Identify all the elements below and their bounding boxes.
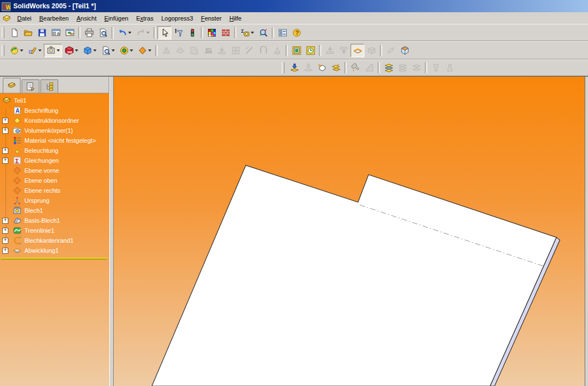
assembly-from-part-icon (65, 28, 74, 37)
tree-item-konstruktionsordner[interactable]: +Konstruktionsordner (0, 116, 109, 126)
expander-icon[interactable]: + (2, 118, 8, 124)
tree-item-ebene-oben[interactable]: Ebene oben (0, 176, 109, 186)
toolbar-logopress3 (0, 59, 588, 76)
dropdown-caret-icon[interactable] (128, 32, 131, 34)
gray-grid-icon (231, 46, 240, 55)
forming-tool-library-button[interactable] (303, 44, 317, 57)
assembly-from-part-button[interactable] (63, 26, 77, 39)
help-button[interactable]: ? (290, 26, 303, 39)
menu-hilfe[interactable]: Hilfe (225, 13, 245, 23)
menu-fenster[interactable]: Fenster (197, 13, 225, 23)
dropdown-caret-icon[interactable] (130, 49, 133, 52)
expander-icon[interactable]: + (2, 128, 8, 134)
tab-configurationmanager[interactable] (40, 79, 58, 93)
expander-icon[interactable]: + (2, 228, 8, 234)
tab-featuremanager[interactable] (3, 78, 21, 93)
view-orientation-search-button[interactable] (256, 26, 270, 39)
sketch-flyout-button[interactable] (26, 44, 44, 57)
open-button[interactable] (21, 26, 35, 39)
catalog-flyout-button[interactable] (80, 44, 99, 57)
expander-icon[interactable]: + (2, 158, 8, 164)
material-icon (13, 136, 22, 145)
tree-item-blechkantenrand1[interactable]: +Blechkantenrand1 (0, 235, 109, 245)
origin-icon (13, 196, 22, 205)
flatten-button[interactable] (351, 44, 364, 57)
forming-tool-button[interactable] (290, 44, 303, 57)
tree-item-abwicklung1[interactable]: +Abwicklung1 (0, 245, 109, 255)
drawing-from-part-button[interactable] (49, 26, 63, 39)
dropdown-caret-icon[interactable] (75, 49, 78, 52)
toolbar-grip[interactable] (2, 45, 4, 56)
tree-item-ursprung[interactable]: Ursprung (0, 195, 109, 205)
menu-extras[interactable]: Extras (132, 13, 157, 23)
tree-item-ebene-vorne[interactable]: Ebene vorne (0, 166, 109, 176)
dropdown-caret-icon[interactable] (111, 49, 115, 52)
menu-logopress3[interactable]: Logopress3 (158, 13, 197, 23)
tree-item-basis-blech1[interactable]: +Basis-Blech1 (0, 215, 109, 225)
dropdown-caret-icon[interactable] (93, 49, 97, 52)
dropdown-caret-icon[interactable] (148, 49, 151, 52)
tree-item-ebene-rechts[interactable]: Ebene rechts (0, 186, 109, 195)
viewport-3d[interactable] (114, 77, 585, 386)
tree-indent: + (2, 118, 9, 124)
expander-icon[interactable]: + (2, 238, 8, 244)
expander-icon[interactable]: + (2, 248, 8, 254)
print-preview-button[interactable] (96, 26, 110, 39)
tree-item-beschriftung[interactable]: ABeschriftung (0, 106, 109, 116)
insert-flyout-button[interactable] (135, 44, 154, 57)
tree-item-beleuchtung[interactable]: +Beleuchtung (0, 146, 109, 156)
undo-button[interactable] (115, 26, 134, 39)
rollback-bar[interactable] (1, 258, 107, 259)
tree-indent: + (2, 128, 9, 134)
preview-flyout-button[interactable] (99, 44, 117, 57)
strip-layout-button[interactable] (382, 61, 396, 74)
die-set-flyout-button[interactable] (44, 44, 62, 57)
tree-item-gleichungen[interactable]: +ΣGleichungen (0, 156, 109, 166)
selection-filter-button[interactable] (171, 26, 185, 39)
logopress-tools-button[interactable] (348, 61, 362, 74)
edit-color-button[interactable] (205, 26, 219, 39)
expander-icon[interactable]: + (2, 148, 8, 154)
help-icon: ? (292, 28, 301, 37)
save-button[interactable] (35, 26, 49, 39)
punch-down-icon (326, 46, 334, 55)
normal-cut-button[interactable] (398, 44, 412, 57)
toolbar-grip[interactable] (2, 27, 4, 38)
rotate-flyout-button[interactable] (7, 44, 26, 57)
tooling-flyout-button[interactable] (117, 44, 135, 57)
tree-item-trennlinie1[interactable]: +Trennlinie1 (0, 225, 109, 235)
dropdown-caret-icon[interactable] (20, 49, 23, 52)
tree-item-volumenkörper-1[interactable]: +Volumenkörper(1) (0, 126, 109, 136)
new-document-button[interactable] (7, 26, 21, 39)
part-face[interactable] (152, 166, 556, 386)
select-button[interactable] (158, 26, 171, 39)
part-document-icon[interactable] (2, 14, 11, 23)
tree-item-material-nicht-festgelegt[interactable]: Material <nicht festgelegt> (0, 136, 109, 146)
logopress-part-button[interactable] (315, 61, 329, 74)
logopress-blank-button[interactable] (287, 61, 301, 74)
menu-datei[interactable]: Datei (13, 13, 36, 23)
edge-flange-tool-button (173, 44, 187, 57)
menu-bearbeiten[interactable]: Bearbeiten (36, 13, 73, 23)
measure-button[interactable]: Σ (238, 26, 256, 39)
panel-splitter[interactable] (109, 77, 114, 386)
options-button[interactable] (276, 26, 290, 39)
solidworks-flyout-button[interactable]: SW (62, 44, 80, 57)
toolbar-grip[interactable] (282, 62, 285, 73)
dropdown-caret-icon[interactable] (251, 32, 254, 34)
edit-texture-button[interactable] (219, 26, 232, 39)
tree-item-blech1[interactable]: Blech1 (0, 205, 109, 215)
print-button[interactable] (82, 26, 96, 39)
menu-einf-gen[interactable]: Einfügen (100, 13, 132, 23)
dropdown-caret-icon[interactable] (146, 32, 150, 34)
toolbar-separator (319, 45, 321, 56)
dropdown-caret-icon[interactable] (57, 49, 60, 52)
tree-indent: + (2, 228, 9, 234)
menu-ansicht[interactable]: Ansicht (73, 13, 100, 23)
dropdown-caret-icon[interactable] (38, 49, 42, 52)
tree-item-teil1[interactable]: Teil1 (0, 96, 109, 106)
tab-propertymanager[interactable] (22, 79, 39, 93)
selection-toggle-button[interactable] (185, 26, 199, 39)
expander-icon[interactable]: + (2, 218, 8, 224)
logopress-sheets-button[interactable] (329, 61, 343, 74)
